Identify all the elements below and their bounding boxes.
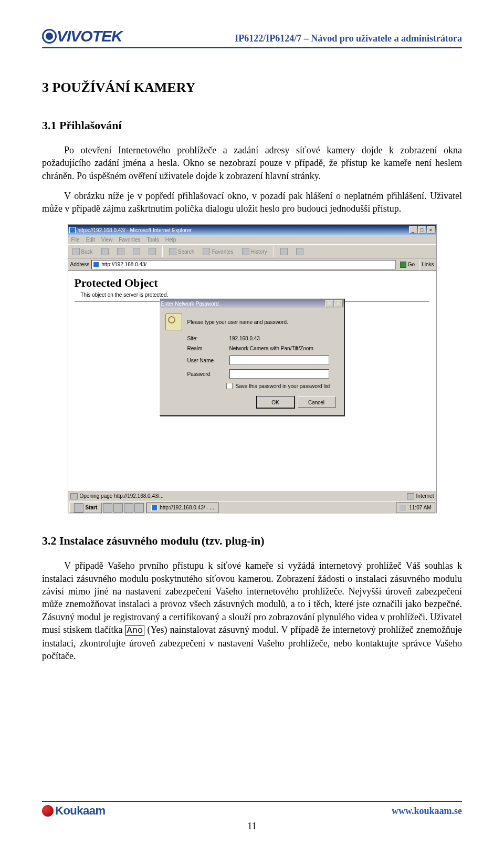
- heading-3: 3 POUŽÍVÁNÍ KAMERY: [42, 80, 462, 96]
- taskbar-item-ie[interactable]: http://192.168.0.43/ - ...: [146, 503, 218, 513]
- tray-icon[interactable]: [400, 505, 406, 511]
- menu-help[interactable]: Help: [165, 237, 176, 243]
- eye-icon: [42, 29, 57, 44]
- favorites-button[interactable]: Favorites: [201, 247, 235, 256]
- forward-button[interactable]: [99, 247, 111, 256]
- maximize-button[interactable]: □: [418, 226, 426, 234]
- dialog-titlebar: Enter Network Password ?×: [160, 299, 344, 308]
- taskbar-separator: [145, 503, 145, 513]
- para-3: V případě Vašeho prvního přístupu k síťo…: [42, 559, 462, 662]
- addr-separator: [419, 259, 419, 270]
- ano-button-label: Ano: [125, 625, 145, 636]
- para-2: V obrázku níže je v popředí přihlašovací…: [42, 190, 462, 215]
- cancel-button[interactable]: Cancel: [298, 396, 335, 408]
- forward-icon: [101, 248, 109, 255]
- print-icon: [296, 248, 303, 255]
- go-icon: [400, 262, 406, 268]
- password-input[interactable]: [229, 369, 329, 379]
- heading-3-1: 3.1 Přihlašování: [42, 119, 462, 132]
- ie-page-icon: [93, 262, 99, 268]
- koukaam-text: Koukaam: [55, 804, 106, 818]
- save-password-checkbox[interactable]: [226, 383, 233, 389]
- ie-task-icon: [151, 505, 158, 511]
- save-password-label: Save this password in your password list: [236, 383, 330, 389]
- footer-url: www.koukaam.se: [392, 806, 462, 817]
- search-icon: [169, 248, 176, 255]
- site-label: Site:: [187, 336, 226, 341]
- go-button[interactable]: Go: [398, 262, 417, 268]
- address-value: http://192.168.0.43/: [101, 262, 146, 267]
- menu-file[interactable]: File: [71, 237, 80, 243]
- stop-button[interactable]: [115, 247, 127, 256]
- dialog-help-button[interactable]: ?: [326, 300, 334, 307]
- close-button[interactable]: ×: [427, 226, 435, 234]
- history-icon: [242, 248, 249, 255]
- vivotek-logo: VIVOTEK: [42, 27, 122, 45]
- minimize-button[interactable]: _: [409, 226, 417, 234]
- password-label: Password: [187, 371, 226, 377]
- page-content: Protected Object This object on the serv…: [68, 271, 436, 490]
- realm-label: Realm: [187, 346, 226, 351]
- refresh-button[interactable]: [131, 247, 142, 256]
- stop-icon: [117, 248, 124, 255]
- home-button[interactable]: [146, 247, 158, 256]
- para-1: Po otevření Internetového prohlížeče a z…: [42, 144, 462, 182]
- keys-icon: [165, 314, 182, 330]
- back-icon: [72, 248, 80, 255]
- heading-3-2: 3.2 Instalace zásuvného modulu (tzv. plu…: [42, 534, 462, 548]
- favorites-icon: [203, 248, 210, 255]
- quicklaunch-icon[interactable]: [134, 503, 144, 513]
- window-controls: _ □ ×: [409, 226, 435, 234]
- doc-title: IP6122/IP6124/7 – Návod pro uživatele a …: [235, 33, 462, 45]
- status-text: Opening page http://192.168.0.43/...: [80, 493, 164, 499]
- menu-favorites[interactable]: Favorites: [119, 237, 140, 243]
- user-label: User Name: [187, 358, 226, 363]
- dialog-close-button[interactable]: ×: [334, 300, 343, 307]
- menu-edit[interactable]: Edit: [86, 237, 95, 243]
- mail-button[interactable]: [278, 247, 290, 256]
- realm-value: Network Camera with Pan/Tilt/Zoom: [229, 346, 339, 351]
- address-field[interactable]: http://192.168.0.43/: [91, 260, 396, 269]
- windows-icon: [74, 503, 83, 513]
- window-titlebar: https://192.168.0.43/ - Microsoft Intern…: [68, 225, 436, 235]
- page-header: VIVOTEK IP6122/IP6124/7 – Návod pro uživ…: [42, 27, 462, 48]
- site-value: 192.168.0.43: [229, 336, 339, 341]
- page-number: 11: [42, 821, 462, 832]
- internet-zone-icon: [407, 493, 414, 499]
- menu-view[interactable]: View: [101, 237, 113, 243]
- print-button[interactable]: [294, 247, 306, 256]
- username-input[interactable]: [229, 356, 329, 365]
- page-footer: Koukaam www.koukaam.se 11: [42, 801, 462, 832]
- back-button[interactable]: Back: [70, 247, 95, 256]
- address-label: Address: [70, 262, 90, 267]
- system-tray: 11:07 AM: [396, 503, 435, 513]
- start-button[interactable]: Start: [69, 503, 102, 513]
- ok-button[interactable]: OK: [257, 396, 295, 408]
- home-icon: [149, 248, 156, 255]
- login-dialog: Enter Network Password ?× Please type yo…: [160, 298, 344, 416]
- history-button[interactable]: History: [240, 247, 269, 256]
- address-bar: Address http://192.168.0.43/ Go Links: [68, 258, 436, 271]
- search-button[interactable]: Search: [167, 247, 197, 256]
- dialog-title: Enter Network Password: [161, 301, 219, 307]
- menu-bar: File Edit View Favorites Tools Help: [68, 235, 436, 245]
- refresh-icon: [133, 248, 140, 255]
- taskbar: Start http://192.168.0.43/ - ... 11:07 A…: [68, 501, 436, 514]
- mail-icon: [280, 248, 288, 255]
- protected-object-title: Protected Object: [68, 271, 436, 292]
- internet-zone: Internet: [416, 493, 434, 499]
- clock: 11:07 AM: [409, 505, 431, 510]
- koukaam-logo: Koukaam: [42, 804, 106, 818]
- dialog-prompt: Please type your user name and password.: [187, 319, 288, 325]
- logo-text: VIVOTEK: [57, 27, 122, 45]
- ie-screenshot: https://192.168.0.43/ - Microsoft Intern…: [68, 224, 437, 513]
- links-label[interactable]: Links: [422, 262, 434, 267]
- quicklaunch-icon[interactable]: [113, 503, 123, 513]
- status-bar: Opening page http://192.168.0.43/... Int…: [68, 490, 436, 501]
- toolbar-separator: [274, 246, 274, 257]
- toolbar-separator: [162, 246, 163, 257]
- swirl-icon: [42, 805, 54, 817]
- menu-tools[interactable]: Tools: [146, 237, 159, 243]
- quicklaunch-icon[interactable]: [103, 503, 112, 513]
- quicklaunch-icon[interactable]: [124, 503, 133, 513]
